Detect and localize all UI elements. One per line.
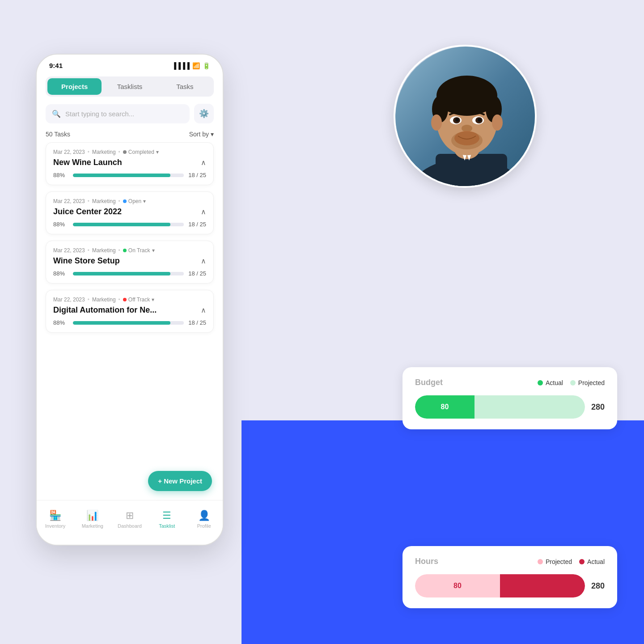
filter-icon: ⚙️ [199, 109, 209, 119]
budget-legend: Actual Projected [538, 379, 605, 386]
wifi-icon: 📶 [192, 62, 200, 69]
hours-projected-legend: Projected [538, 558, 572, 565]
task-sort-row: 50 Tasks Sort by ▾ [37, 129, 223, 142]
dashboard-label: Dashboard [118, 523, 142, 529]
project-status-1[interactable]: Open ▾ [123, 198, 146, 204]
status-dot-3 [123, 298, 127, 301]
hours-card: Hours Projected Actual 80 280 [402, 546, 617, 608]
project-category-3: Marketing [92, 297, 116, 303]
nav-profile[interactable]: 👤 Profile [191, 510, 217, 529]
project-meta-3: Mar 22, 2023 • Marketing • Off Track ▾ [53, 297, 206, 303]
projects-list: Mar 22, 2023 • Marketing • Completed ▾ N… [37, 142, 223, 339]
budget-card-header: Budget Actual Projected [415, 378, 605, 387]
tab-projects[interactable]: Projects [47, 78, 102, 95]
project-title-row-0: New Wine Launch ∧ [53, 158, 206, 167]
chevron-icon-2: ▾ [152, 247, 155, 254]
hours-bar: 80 [415, 574, 585, 597]
project-card-3: Mar 22, 2023 • Marketing • Off Track ▾ D… [46, 290, 214, 333]
progress-count-3: 18 / 25 [188, 319, 206, 326]
inventory-icon: 🏪 [49, 510, 61, 521]
svg-point-20 [451, 131, 483, 149]
budget-card: Budget Actual Projected 80 280 [402, 367, 617, 429]
search-input[interactable]: 🔍 Start typing to search... [46, 104, 190, 123]
hours-end-value: 280 [591, 581, 605, 591]
project-category-0: Marketing [92, 149, 116, 155]
expand-icon-2[interactable]: ∧ [201, 257, 206, 265]
search-icon: 🔍 [52, 110, 61, 118]
status-dot-1 [123, 199, 127, 203]
progress-row-3: 88% 18 / 25 [53, 319, 206, 326]
project-card-1: Mar 22, 2023 • Marketing • Open ▾ Juice … [46, 191, 214, 234]
progress-row-1: 88% 18 / 25 [53, 221, 206, 228]
project-status-3[interactable]: Off Track ▾ [123, 297, 154, 303]
project-category-2: Marketing [92, 247, 116, 254]
nav-inventory[interactable]: 🏪 Inventory [42, 510, 69, 529]
progress-count-0: 18 / 25 [188, 172, 206, 178]
tab-tasks[interactable]: Tasks [158, 78, 212, 95]
project-meta-1: Mar 22, 2023 • Marketing • Open ▾ [53, 198, 206, 204]
expand-icon-0[interactable]: ∧ [201, 158, 206, 167]
search-placeholder: Start typing to search... [65, 110, 134, 118]
filter-button[interactable]: ⚙️ [194, 104, 214, 123]
nav-dashboard[interactable]: ⊞ Dashboard [116, 510, 143, 529]
hours-bar-row: 80 280 [415, 574, 605, 597]
progress-bar-bg-0 [73, 174, 184, 177]
progress-pct-0: 88% [53, 172, 68, 178]
progress-bar-fill-3 [73, 321, 170, 325]
budget-end-value: 280 [591, 402, 605, 412]
tab-tasklists[interactable]: Tasklists [102, 78, 157, 95]
profile-icon: 👤 [198, 510, 210, 521]
expand-icon-3[interactable]: ∧ [201, 306, 206, 314]
project-status-2[interactable]: On Track ▾ [123, 247, 155, 254]
profile-photo [394, 45, 537, 188]
blue-background [242, 420, 644, 644]
progress-bar-fill-0 [73, 174, 170, 177]
project-title-3: Digital Automation for Ne... [53, 305, 157, 315]
tasklist-icon: ☰ [162, 510, 171, 521]
budget-bar-row: 80 280 [415, 395, 605, 419]
actual-legend-label: Actual [546, 379, 563, 386]
project-date-2: Mar 22, 2023 [53, 247, 85, 254]
progress-row-2: 88% 18 / 25 [53, 270, 206, 277]
actual-legend-label-hours: Actual [587, 558, 605, 565]
svg-point-17 [478, 118, 481, 122]
budget-projected-legend: Projected [570, 379, 605, 386]
nav-marketing[interactable]: 📊 Marketing [79, 510, 106, 529]
progress-bar-bg-1 [73, 223, 184, 226]
nav-tasklist[interactable]: ☰ Tasklist [153, 510, 180, 529]
project-title-1: Juice Center 2022 [53, 207, 122, 216]
expand-icon-1[interactable]: ∧ [201, 208, 206, 216]
new-project-button[interactable]: + New Project [148, 471, 212, 491]
project-title-row-1: Juice Center 2022 ∧ [53, 207, 206, 216]
actual-dot [538, 380, 543, 386]
projected-dot-hours [538, 559, 543, 564]
project-date-3: Mar 22, 2023 [53, 297, 85, 303]
project-category-1: Marketing [92, 198, 116, 204]
bottom-navigation: 🏪 Inventory 📊 Marketing ⊞ Dashboard ☰ Ta… [37, 500, 223, 545]
status-bar: 9:41 ▐▐▐▐ 📶 🔋 [37, 55, 223, 73]
project-date-0: Mar 22, 2023 [53, 149, 85, 155]
marketing-icon: 📊 [86, 510, 98, 521]
battery-icon: 🔋 [203, 62, 210, 69]
actual-dot-hours [579, 559, 585, 564]
svg-point-18 [462, 125, 472, 132]
budget-actual-legend: Actual [538, 379, 563, 386]
project-meta-0: Mar 22, 2023 • Marketing • Completed ▾ [53, 149, 206, 155]
progress-pct-1: 88% [53, 221, 68, 228]
progress-bar-bg-3 [73, 321, 184, 325]
chevron-icon-0: ▾ [156, 149, 159, 155]
inventory-label: Inventory [45, 523, 65, 529]
project-status-0[interactable]: Completed ▾ [123, 149, 159, 155]
search-area: 🔍 Start typing to search... ⚙️ [46, 104, 214, 123]
progress-count-1: 18 / 25 [188, 221, 206, 228]
progress-bar-bg-2 [73, 272, 184, 275]
time: 9:41 [49, 62, 63, 69]
progress-count-2: 18 / 25 [188, 270, 206, 277]
task-count: 50 Tasks [46, 131, 70, 138]
sort-by-button[interactable]: Sort by ▾ [189, 131, 214, 138]
progress-row-0: 88% 18 / 25 [53, 172, 206, 178]
svg-point-16 [455, 118, 459, 122]
projected-legend-label: Projected [578, 379, 605, 386]
svg-point-10 [431, 114, 442, 131]
project-title-row-2: Wine Store Setup ∧ [53, 256, 206, 266]
